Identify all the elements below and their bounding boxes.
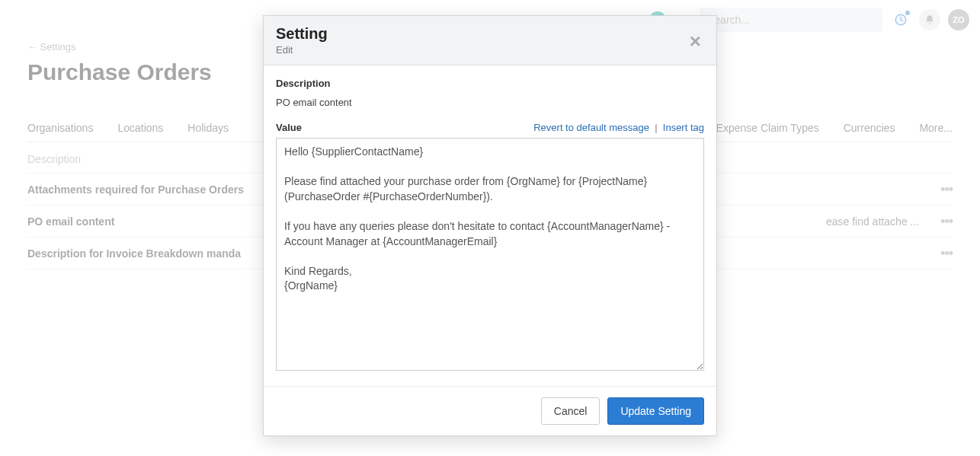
cancel-button[interactable]: Cancel	[541, 397, 600, 425]
value-textarea[interactable]	[276, 138, 704, 371]
description-value: PO email content	[276, 97, 704, 108]
setting-modal: Setting Edit × Description PO email cont…	[263, 15, 717, 436]
modal-title: Setting	[276, 25, 328, 43]
value-label: Value	[276, 122, 302, 133]
insert-tag-link[interactable]: Insert tag	[663, 122, 704, 133]
description-label: Description	[276, 78, 704, 89]
modal-subtitle: Edit	[276, 44, 328, 56]
modal-overlay: Setting Edit × Description PO email cont…	[0, 0, 980, 456]
update-setting-button[interactable]: Update Setting	[607, 397, 704, 425]
revert-link[interactable]: Revert to default message	[533, 122, 649, 133]
close-icon[interactable]: ×	[690, 25, 704, 51]
